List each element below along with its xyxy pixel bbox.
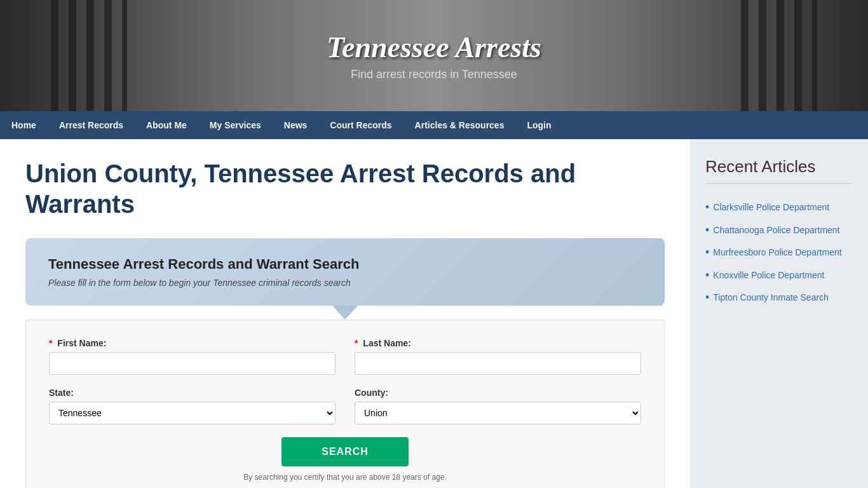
article-link-3[interactable]: Knoxville Police Department bbox=[713, 269, 824, 282]
main-nav: Home Arrest Records About Me My Services… bbox=[0, 111, 868, 139]
required-star-firstname: * bbox=[49, 338, 52, 348]
required-star-lastname: * bbox=[355, 338, 358, 348]
header-bars-right bbox=[741, 0, 817, 111]
state-select[interactable]: Tennessee bbox=[49, 402, 336, 424]
nav-home[interactable]: Home bbox=[0, 111, 48, 139]
form-row-location: State: Tennessee County: Union bbox=[49, 388, 641, 424]
form-row-names: * First Name: * Last Name: bbox=[49, 338, 641, 375]
list-item: Clarksville Police Department bbox=[705, 196, 853, 219]
site-header: Tennessee Arrests Find arrest records in… bbox=[0, 0, 868, 111]
sidebar-title: Recent Articles bbox=[705, 157, 853, 184]
header-bars-left bbox=[51, 0, 127, 111]
sidebar-article-list: Clarksville Police Department Chattanoog… bbox=[705, 196, 853, 309]
search-box-container: Tennessee Arrest Records and Warrant Sea… bbox=[25, 238, 665, 306]
form-group-county: County: Union bbox=[355, 388, 641, 424]
article-link-1[interactable]: Chattanooga Police Department bbox=[713, 224, 839, 237]
first-name-input[interactable] bbox=[49, 352, 336, 375]
search-box-subtitle: Please fill in the form below to begin y… bbox=[48, 278, 642, 288]
list-item: Murfreesboro Police Department bbox=[705, 241, 853, 264]
list-item: Knoxville Police Department bbox=[705, 264, 853, 287]
nav-services[interactable]: My Services bbox=[198, 111, 273, 139]
state-label: State: bbox=[49, 388, 336, 398]
list-item: Tipton County Inmate Search bbox=[705, 287, 853, 309]
article-link-4[interactable]: Tipton County Inmate Search bbox=[713, 292, 829, 304]
search-button[interactable]: SEARCH bbox=[281, 437, 409, 466]
content-area: Union County, Tennessee Arrest Records a… bbox=[0, 139, 690, 488]
last-name-input[interactable] bbox=[355, 352, 641, 375]
first-name-label: * First Name: bbox=[49, 338, 336, 348]
nav-articles[interactable]: Articles & Resources bbox=[403, 111, 516, 139]
nav-about-me[interactable]: About Me bbox=[135, 111, 198, 139]
site-tagline: Find arrest records in Tennessee bbox=[327, 68, 541, 81]
county-select[interactable]: Union bbox=[355, 402, 641, 424]
nav-court-records[interactable]: Court Records bbox=[318, 111, 403, 139]
article-link-0[interactable]: Clarksville Police Department bbox=[713, 201, 829, 214]
page-title: Union County, Tennessee Arrest Records a… bbox=[25, 158, 665, 219]
article-link-2[interactable]: Murfreesboro Police Department bbox=[713, 247, 841, 259]
form-disclaimer: By searching you certify that you are ab… bbox=[49, 473, 641, 482]
nav-arrest-records[interactable]: Arrest Records bbox=[48, 111, 135, 139]
search-box-title: Tennessee Arrest Records and Warrant Sea… bbox=[48, 256, 642, 273]
nav-news[interactable]: News bbox=[273, 111, 319, 139]
main-layout: Union County, Tennessee Arrest Records a… bbox=[0, 139, 868, 488]
nav-login[interactable]: Login bbox=[515, 111, 562, 139]
form-group-state: State: Tennessee bbox=[49, 388, 336, 424]
header-text: Tennessee Arrests Find arrest records in… bbox=[327, 30, 541, 81]
county-label: County: bbox=[355, 388, 641, 398]
form-group-lastname: * Last Name: bbox=[355, 338, 641, 375]
form-area: * First Name: * Last Name: State: bbox=[25, 320, 665, 488]
last-name-label: * Last Name: bbox=[355, 338, 641, 348]
form-group-firstname: * First Name: bbox=[49, 338, 336, 375]
search-box-arrow bbox=[332, 306, 358, 320]
site-title: Tennessee Arrests bbox=[327, 30, 541, 64]
sidebar: Recent Articles Clarksville Police Depar… bbox=[690, 139, 868, 488]
list-item: Chattanooga Police Department bbox=[705, 219, 853, 242]
